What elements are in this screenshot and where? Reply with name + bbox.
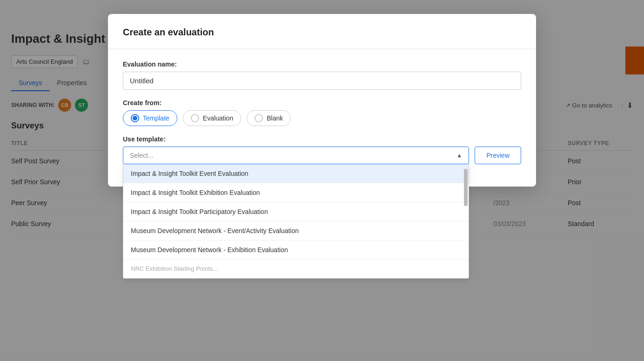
dropdown-item-label: Impact & Insight Toolkit Exhibition Eval… (131, 189, 260, 196)
create-evaluation-modal: Create an evaluation Evaluation name: Cr… (108, 14, 536, 187)
radio-dot-template (133, 116, 137, 120)
dropdown-item-mdn-exhibition[interactable]: Museum Development Network - Exhibition … (123, 241, 469, 260)
dropdown-item-iit-event[interactable]: Impact & Insight Toolkit Event Evaluatio… (123, 164, 469, 183)
radio-circle-template (131, 114, 139, 122)
dropdown-item-label: Impact & Insight Toolkit Event Evaluatio… (131, 170, 248, 177)
radio-label-template: Template (143, 114, 169, 122)
preview-button[interactable]: Preview (475, 147, 521, 164)
radio-evaluation[interactable]: Evaluation (183, 110, 241, 126)
modal-overlay: Create an evaluation Evaluation name: Cr… (0, 0, 644, 361)
dropdown-item-label: NRC Exhibition Starting Points... (131, 265, 218, 272)
dropdown-list: Impact & Insight Toolkit Event Evaluatio… (123, 164, 469, 279)
radio-label-blank: Blank (267, 114, 283, 122)
radio-label-evaluation: Evaluation (203, 114, 233, 122)
modal-title: Create an evaluation (123, 27, 521, 38)
select-placeholder: Select... (130, 152, 154, 159)
radio-group: Template Evaluation Blank (123, 110, 521, 126)
dropdown-item-label: Impact & Insight Toolkit Participatory E… (131, 208, 268, 215)
select-container: Select... ▲ Impact & Insight Toolkit Eve… (123, 147, 469, 164)
dropdown-item-iit-participatory[interactable]: Impact & Insight Toolkit Participatory E… (123, 202, 469, 221)
chevron-up-icon: ▲ (456, 152, 462, 159)
modal-divider (108, 49, 536, 49)
radio-circle-blank (255, 114, 263, 122)
eval-name-label: Evaluation name: (123, 60, 521, 68)
dropdown-item-label: Museum Development Network - Exhibition … (131, 246, 288, 254)
use-template-section: Use template: Select... ▲ Impact & Insig… (123, 135, 521, 164)
create-from-label: Create from: (123, 99, 521, 107)
eval-name-input[interactable] (123, 72, 521, 90)
select-row: Select... ▲ Impact & Insight Toolkit Eve… (123, 147, 521, 164)
dropdown-item-mdn-event[interactable]: Museum Development Network - Event/Activ… (123, 221, 469, 241)
dropdown-item-label: Museum Development Network - Event/Activ… (131, 227, 299, 234)
radio-template[interactable]: Template (123, 110, 177, 126)
radio-circle-evaluation (191, 114, 199, 122)
eval-name-section: Evaluation name: (123, 60, 521, 90)
radio-blank[interactable]: Blank (247, 110, 291, 126)
scrollbar-thumb[interactable] (464, 169, 468, 206)
dropdown-item-iit-exhibition[interactable]: Impact & Insight Toolkit Exhibition Eval… (123, 183, 469, 202)
dropdown-item-nrc[interactable]: NRC Exhibition Starting Points... (123, 260, 469, 278)
use-template-label: Use template: (123, 135, 521, 143)
template-select[interactable]: Select... ▲ (123, 147, 469, 164)
create-from-section: Create from: Template Evaluation Blank (123, 99, 521, 126)
